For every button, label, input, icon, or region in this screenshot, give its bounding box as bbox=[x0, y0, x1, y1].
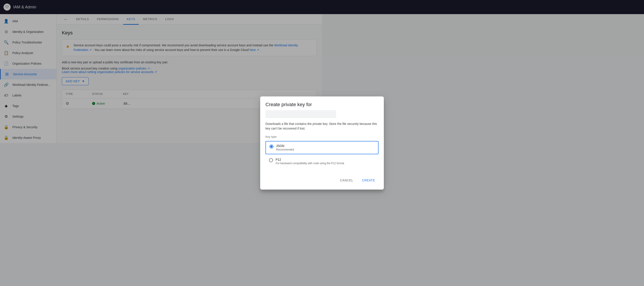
service-name-field bbox=[266, 110, 322, 118]
modal-overlay: Create private key for Downloads a file … bbox=[0, 0, 322, 143]
dialog-title: Create private key for bbox=[266, 102, 322, 107]
create-key-dialog: Create private key for Downloads a file … bbox=[260, 96, 322, 143]
key-type-label: Key type bbox=[266, 135, 322, 138]
json-option[interactable]: JSON Recommended bbox=[266, 141, 322, 143]
dialog-description: Downloads a file that contains the priva… bbox=[266, 122, 322, 131]
